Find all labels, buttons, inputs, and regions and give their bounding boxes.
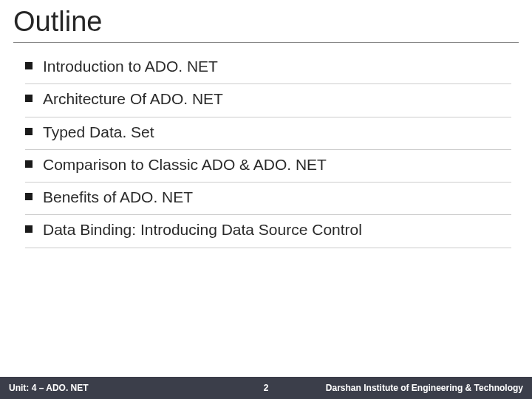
square-bullet-icon — [25, 95, 33, 102]
list-item-text: Comparison to Classic ADO & ADO. NET — [43, 154, 327, 174]
list-item: Architecture Of ADO. NET — [25, 84, 511, 117]
list-item-text: Introduction to ADO. NET — [43, 56, 218, 76]
slide-title: Outline — [0, 0, 532, 42]
slide-footer: Unit: 4 – ADO. NET 2 Darshan Institute o… — [0, 377, 532, 399]
slide: Outline Introduction to ADO. NET Archite… — [0, 0, 532, 399]
list-item-text: Typed Data. Set — [43, 122, 154, 142]
list-item-text: Architecture Of ADO. NET — [43, 89, 223, 109]
list-item: Comparison to Classic ADO & ADO. NET — [25, 150, 511, 183]
list-item-text: Benefits of ADO. NET — [43, 187, 193, 207]
list-item: Typed Data. Set — [25, 117, 511, 150]
square-bullet-icon — [25, 62, 33, 69]
list-item-text: Data Binding: Introducing Data Source Co… — [43, 219, 362, 239]
list-item: Benefits of ADO. NET — [25, 183, 511, 215]
footer-unit-label: Unit: 4 – ADO. NET — [0, 383, 89, 393]
square-bullet-icon — [25, 193, 33, 200]
outline-list: Introduction to ADO. NET Architecture Of… — [0, 43, 532, 248]
list-item: Introduction to ADO. NET — [25, 52, 511, 84]
list-item: Data Binding: Introducing Data Source Co… — [25, 215, 511, 248]
square-bullet-icon — [25, 160, 33, 168]
square-bullet-icon — [25, 128, 33, 135]
footer-institute-label: Darshan Institute of Engineering & Techn… — [326, 383, 532, 393]
square-bullet-icon — [25, 225, 33, 233]
footer-page-number: 2 — [264, 383, 269, 393]
